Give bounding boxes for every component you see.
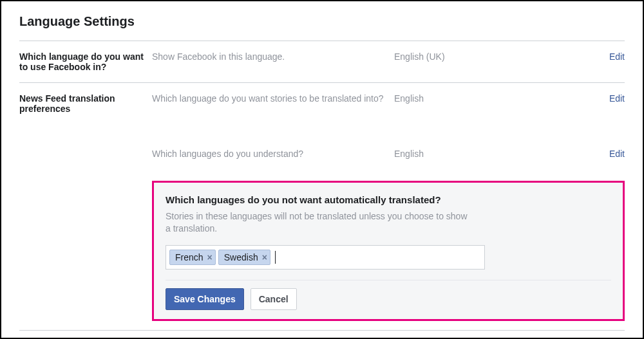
- save-changes-button[interactable]: Save Changes: [166, 288, 244, 310]
- cancel-button[interactable]: Cancel: [251, 288, 297, 310]
- remove-token-icon[interactable]: ×: [262, 253, 267, 262]
- panel-sub-no-auto-translate: Stories in these languages will not be t…: [166, 210, 475, 235]
- row-value-facebook-lang: English (UK): [394, 51, 599, 62]
- language-token-label: Swedish: [224, 252, 258, 262]
- text-caret: [275, 251, 276, 264]
- edit-link-facebook-lang[interactable]: Edit: [599, 51, 625, 62]
- panel-title-no-auto-translate: Which languages do you not want automati…: [166, 194, 611, 205]
- edit-link-translate-into[interactable]: Edit: [599, 93, 625, 104]
- section-news-feed-translation: News Feed translation preferences Which …: [19, 82, 625, 330]
- panel-no-auto-translate: Which languages do you not want automati…: [152, 181, 625, 321]
- language-token: French ×: [169, 250, 216, 265]
- row-value-languages-understand: English: [394, 149, 599, 159]
- row-value-translate-into: English: [394, 93, 599, 104]
- row-desc-facebook-lang: Show Facebook in this language.: [152, 51, 394, 62]
- row-label-facebook-lang: Which language do you want to use Facebo…: [19, 51, 152, 72]
- page-title: Language Settings: [19, 14, 625, 29]
- language-token: Swedish ×: [218, 250, 270, 265]
- remove-token-icon[interactable]: ×: [207, 253, 213, 262]
- section-multilingual-posts: Multilingual posts Post in multiple lang…: [19, 330, 625, 339]
- section-facebook-language: Which language do you want to use Facebo…: [19, 41, 625, 82]
- row-desc-languages-understand: Which languages do you understand?: [152, 149, 394, 159]
- row-desc-translate-into: Which language do you want stories to be…: [152, 93, 394, 104]
- languages-no-translate-input[interactable]: French × Swedish ×: [166, 245, 485, 270]
- row-label-news-feed: News Feed translation preferences: [19, 93, 152, 114]
- language-token-label: French: [175, 252, 204, 262]
- edit-link-languages-understand[interactable]: Edit: [599, 149, 625, 159]
